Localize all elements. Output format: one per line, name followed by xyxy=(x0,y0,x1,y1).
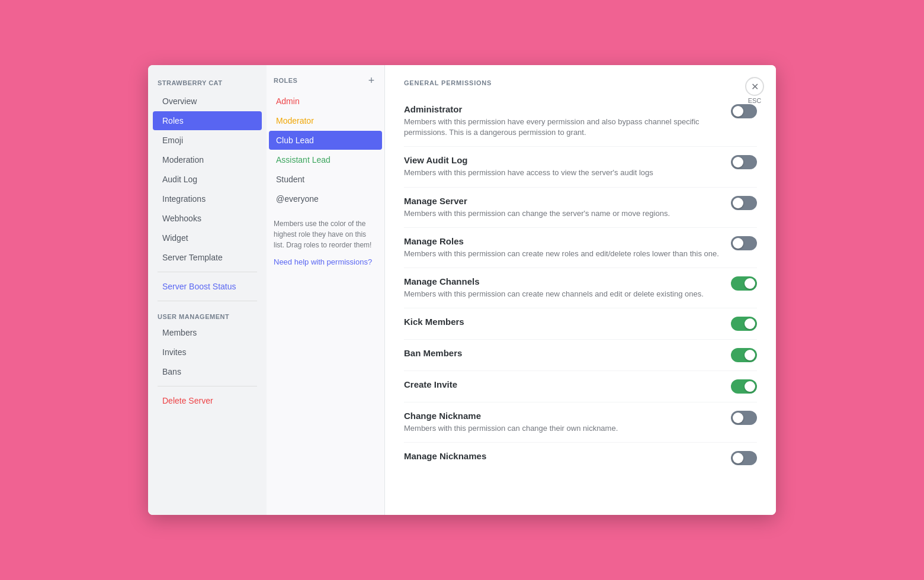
general-permissions-title: GENERAL PERMISSIONS xyxy=(404,79,757,86)
permission-row-manage-nicknames: Manage Nicknames xyxy=(404,443,757,473)
toggle-knob-ban-members xyxy=(745,350,755,360)
left-sidebar: STRAWBERRY CAT Overview Roles Emoji Mode… xyxy=(148,65,267,515)
permission-info-manage-server: Manage ServerMembers with this permissio… xyxy=(404,196,731,219)
permission-info-view-audit-log: View Audit LogMembers with this permissi… xyxy=(404,155,731,178)
permission-info-change-nickname: Change NicknameMembers with this permiss… xyxy=(404,411,731,434)
sidebar-item-server-template[interactable]: Server Template xyxy=(153,248,262,267)
toggle-create-invite[interactable] xyxy=(731,379,757,394)
role-item-everyone[interactable]: @everyone xyxy=(269,189,382,208)
sidebar-item-members[interactable]: Members xyxy=(153,323,262,342)
permission-name-change-nickname: Change Nickname xyxy=(404,411,721,421)
toggle-track-manage-nicknames xyxy=(731,451,757,465)
toggle-change-nickname[interactable] xyxy=(731,411,757,425)
roles-header: ROLES + xyxy=(267,75,384,91)
sidebar-item-roles[interactable]: Roles xyxy=(153,111,262,130)
permission-desc-manage-roles: Members with this permission can create … xyxy=(404,249,721,259)
sidebar-item-audit-log[interactable]: Audit Log xyxy=(153,170,262,189)
close-button[interactable]: ✕ xyxy=(745,77,764,96)
toggle-knob-create-invite xyxy=(745,381,755,392)
toggle-knob-kick-members xyxy=(745,318,755,329)
permissions-list: AdministratorMembers with this permissio… xyxy=(404,96,757,473)
toggle-track-administrator xyxy=(731,104,757,118)
toggle-manage-nicknames[interactable] xyxy=(731,451,757,465)
toggle-knob-manage-roles xyxy=(733,238,743,249)
sidebar-item-invites[interactable]: Invites xyxy=(153,343,262,362)
user-management-label: USER MANAGEMENT xyxy=(148,306,267,323)
permission-name-ban-members: Ban Members xyxy=(404,348,721,358)
toggle-track-change-nickname xyxy=(731,411,757,425)
permission-row-manage-roles: Manage RolesMembers with this permission… xyxy=(404,228,757,268)
sidebar-item-delete-server[interactable]: Delete Server xyxy=(153,391,262,410)
sidebar-divider-3 xyxy=(158,386,257,386)
permission-row-create-invite: Create Invite xyxy=(404,371,757,402)
permission-row-change-nickname: Change NicknameMembers with this permiss… xyxy=(404,402,757,443)
toggle-track-view-audit-log xyxy=(731,155,757,169)
permission-info-manage-roles: Manage RolesMembers with this permission… xyxy=(404,236,731,259)
toggle-view-audit-log[interactable] xyxy=(731,155,757,169)
permission-info-manage-channels: Manage ChannelsMembers with this permiss… xyxy=(404,276,731,299)
role-item-admin[interactable]: Admin xyxy=(269,92,382,111)
toggle-track-manage-channels xyxy=(731,276,757,291)
permission-info-administrator: AdministratorMembers with this permissio… xyxy=(404,104,731,138)
permission-row-manage-server: Manage ServerMembers with this permissio… xyxy=(404,188,757,228)
toggle-knob-administrator xyxy=(733,106,743,117)
permission-row-administrator: AdministratorMembers with this permissio… xyxy=(404,96,757,147)
permission-row-ban-members: Ban Members xyxy=(404,340,757,371)
permission-info-manage-nicknames: Manage Nicknames xyxy=(404,451,731,463)
permission-row-kick-members: Kick Members xyxy=(404,308,757,340)
toggle-track-ban-members xyxy=(731,348,757,362)
permission-desc-view-audit-log: Members with this permission have access… xyxy=(404,167,721,178)
permission-name-create-invite: Create Invite xyxy=(404,379,721,389)
permission-info-kick-members: Kick Members xyxy=(404,317,731,329)
permission-row-manage-channels: Manage ChannelsMembers with this permiss… xyxy=(404,268,757,308)
roles-title: ROLES xyxy=(274,77,297,84)
permission-name-manage-channels: Manage Channels xyxy=(404,276,721,286)
roles-panel: ROLES + Admin Moderator Club Lead Assist… xyxy=(267,65,385,515)
sidebar-item-integrations[interactable]: Integrations xyxy=(153,189,262,208)
toggle-manage-channels[interactable] xyxy=(731,276,757,291)
toggle-administrator[interactable] xyxy=(731,104,757,118)
toggle-manage-server[interactable] xyxy=(731,196,757,210)
sidebar-divider-2 xyxy=(158,301,257,301)
roles-add-button[interactable]: + xyxy=(365,75,377,86)
role-item-student[interactable]: Student xyxy=(269,170,382,189)
toggle-track-manage-server xyxy=(731,196,757,210)
permission-row-view-audit-log: View Audit LogMembers with this permissi… xyxy=(404,147,757,187)
toggle-track-create-invite xyxy=(731,379,757,394)
toggle-knob-change-nickname xyxy=(733,413,743,423)
close-button-area: ✕ ESC xyxy=(745,77,764,104)
roles-hint: Members use the color of the highest rol… xyxy=(267,209,384,255)
sidebar-item-bans[interactable]: Bans xyxy=(153,362,262,381)
toggle-track-kick-members xyxy=(731,317,757,331)
app-window: STRAWBERRY CAT Overview Roles Emoji Mode… xyxy=(148,65,776,515)
role-item-club-lead[interactable]: Club Lead xyxy=(269,131,382,150)
sidebar-item-overview[interactable]: Overview xyxy=(153,92,262,111)
toggle-knob-manage-channels xyxy=(745,278,755,289)
toggle-track-manage-roles xyxy=(731,236,757,250)
permission-name-manage-server: Manage Server xyxy=(404,196,721,206)
permission-info-ban-members: Ban Members xyxy=(404,348,731,360)
permission-name-kick-members: Kick Members xyxy=(404,317,721,327)
sidebar-item-webhooks[interactable]: Webhooks xyxy=(153,209,262,228)
sidebar-divider-1 xyxy=(158,272,257,272)
close-esc-label: ESC xyxy=(748,97,762,104)
permission-name-administrator: Administrator xyxy=(404,104,721,114)
permission-name-manage-roles: Manage Roles xyxy=(404,236,721,246)
role-item-assistant-lead[interactable]: Assistant Lead xyxy=(269,150,382,169)
roles-help-link[interactable]: Need help with permissions? xyxy=(267,255,384,269)
toggle-knob-manage-nicknames xyxy=(733,453,743,463)
sidebar-item-moderation[interactable]: Moderation xyxy=(153,150,262,169)
sidebar-item-emoji[interactable]: Emoji xyxy=(153,131,262,150)
permission-desc-manage-channels: Members with this permission can create … xyxy=(404,289,721,299)
role-item-moderator[interactable]: Moderator xyxy=(269,111,382,130)
sidebar-item-widget[interactable]: Widget xyxy=(153,228,262,247)
toggle-kick-members[interactable] xyxy=(731,317,757,331)
toggle-manage-roles[interactable] xyxy=(731,236,757,250)
toggle-knob-view-audit-log xyxy=(733,157,743,167)
permission-desc-administrator: Members with this permission have every … xyxy=(404,117,721,138)
server-name: STRAWBERRY CAT xyxy=(148,77,267,91)
permission-name-manage-nicknames: Manage Nicknames xyxy=(404,451,721,461)
toggle-ban-members[interactable] xyxy=(731,348,757,362)
toggle-knob-manage-server xyxy=(733,198,743,208)
sidebar-item-boost-status[interactable]: Server Boost Status xyxy=(153,277,262,296)
